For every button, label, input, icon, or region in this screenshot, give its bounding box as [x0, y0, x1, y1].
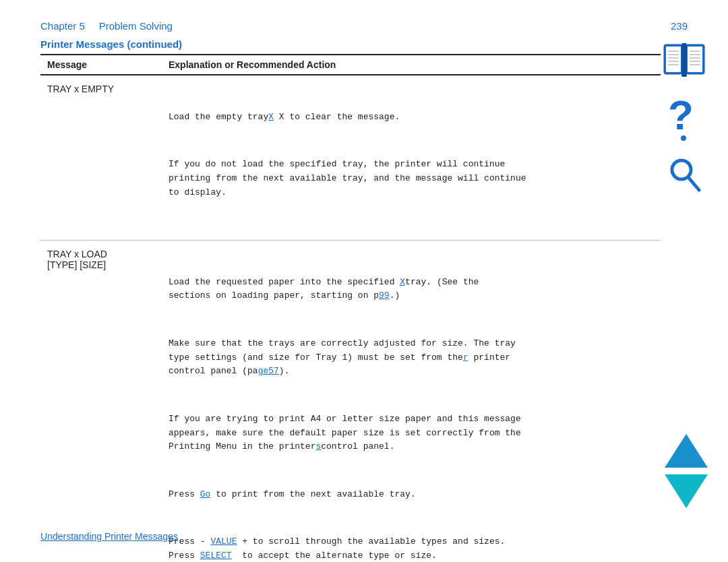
message-cell-2: TRAY x LOAD[TYPE] [SIZE]: [40, 240, 162, 562]
col-message-header: Message: [40, 55, 162, 75]
svg-line-18: [688, 177, 699, 190]
select-link[interactable]: SELECT: [200, 551, 232, 561]
explanation-para-2: If you do not load the specified tray, t…: [169, 158, 654, 199]
explanation-cell: Load the empty trayX X to clear the mess…: [162, 75, 661, 240]
explanation-para-1: Load the empty trayX X to clear the mess…: [169, 111, 654, 125]
col-explanation-header: Explanation or Recommended Action: [162, 55, 661, 75]
printer2-link[interactable]: s: [315, 441, 321, 451]
section-title: Printer Messages (continued): [40, 38, 688, 50]
book-icon[interactable]: [661, 40, 708, 81]
svg-text:?: ?: [668, 94, 694, 138]
arrow-down-icon[interactable]: [665, 474, 708, 508]
table-row: TRAY x LOAD[TYPE] [SIZE] Load the reques…: [40, 240, 661, 562]
svg-point-16: [681, 135, 686, 141]
svg-rect-2: [666, 46, 681, 72]
value-link[interactable]: VALUE: [210, 536, 237, 547]
printer-messages-table: Message Explanation or Recommended Actio…: [40, 54, 661, 562]
table-header-row: Message Explanation or Recommended Actio…: [40, 55, 661, 75]
exp-para-load-1: Load the requested paper into the specif…: [169, 276, 654, 304]
svg-rect-3: [688, 46, 702, 72]
right-icons-panel: ?: [661, 40, 708, 193]
search-icon[interactable]: [665, 155, 703, 193]
page-number: 239: [671, 20, 688, 32]
printer-link[interactable]: r: [463, 352, 468, 363]
topic-label: Problem Solving: [99, 20, 173, 32]
chapter-label: Chapter 5: [40, 20, 85, 32]
message-cell: TRAY x EMPTY: [40, 75, 162, 240]
nav-arrows-panel: [665, 434, 708, 508]
svg-rect-4: [681, 43, 687, 77]
page-header: Chapter 5 Problem Solving 239: [40, 20, 688, 32]
exp-para-load-3: If you are trying to print A4 or letter …: [169, 412, 654, 454]
arrow-up-icon[interactable]: [665, 434, 708, 468]
page57-link[interactable]: ge57: [258, 366, 279, 376]
tray-link[interactable]: X: [400, 277, 405, 287]
exp-para-load-2: Make sure that the trays are correctly a…: [169, 337, 654, 379]
exp-para-load-4: Press Go to print from the next availabl…: [169, 488, 654, 502]
table-row: TRAY x EMPTY Load the empty trayX X to c…: [40, 75, 661, 240]
go-link[interactable]: Go: [200, 489, 211, 499]
question-icon[interactable]: ?: [665, 94, 703, 142]
bottom-nav-link[interactable]: Understanding Printer Messages: [40, 531, 178, 542]
page99-link[interactable]: 99: [379, 290, 390, 301]
tray-x-link[interactable]: X: [268, 112, 274, 122]
chapter-topic: Chapter 5 Problem Solving: [40, 20, 173, 32]
explanation-cell-2: Load the requested paper into the specif…: [162, 240, 661, 562]
exp-para-load-5: Press - VALUE + to scroll through the av…: [169, 535, 654, 562]
